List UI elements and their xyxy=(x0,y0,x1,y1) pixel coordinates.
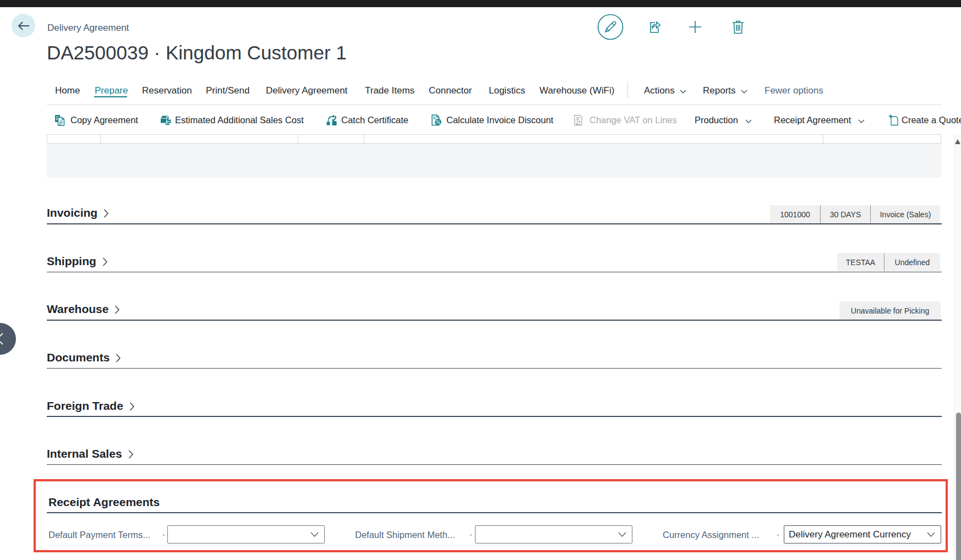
section-title: Internal Sales xyxy=(47,447,122,460)
tab-home[interactable]: Home xyxy=(55,85,80,97)
section-invoicing-summary[interactable]: 1001000 30 DAYS Invoice (Sales) xyxy=(770,205,940,223)
tab-connector[interactable]: Connector xyxy=(429,85,472,97)
summary-chip: 1001000 xyxy=(770,205,820,223)
chevron-down-icon xyxy=(927,532,935,537)
section-shipping[interactable]: Shipping xyxy=(47,255,107,268)
lines-grid-row[interactable] xyxy=(47,134,941,144)
command-label: Production xyxy=(695,115,738,125)
section-warehouse[interactable]: Warehouse xyxy=(47,303,119,316)
chevron-right-icon xyxy=(128,450,133,459)
section-divider xyxy=(47,368,942,369)
summary-chip: Unavailable for Picking xyxy=(839,301,941,320)
delete-button[interactable] xyxy=(732,20,744,36)
default-payment-terms-combobox[interactable] xyxy=(167,525,325,543)
section-divider xyxy=(47,416,942,417)
fewer-options-button[interactable]: Fewer options xyxy=(765,85,823,97)
summary-chip: 30 DAYS xyxy=(820,205,870,223)
back-arrow-icon xyxy=(17,21,30,31)
edit-button[interactable] xyxy=(597,14,624,42)
currency-assignment-combobox[interactable]: Delivery Agreement Currency xyxy=(784,525,941,543)
command-estimated-additional-sales-cost[interactable]: Estimated Additional Sales Cost xyxy=(160,113,304,127)
chevron-down-icon xyxy=(618,532,626,537)
field-label-default-payment-terms: Default Payment Terms... xyxy=(48,530,150,540)
command-label: Catch Certificate xyxy=(341,115,408,125)
tab-delivery-agreement[interactable]: Delivery Agreement xyxy=(266,85,347,97)
chevron-right-icon xyxy=(114,305,119,314)
os-top-bar xyxy=(0,0,961,7)
tab-print-send[interactable]: Print/Send xyxy=(206,85,249,97)
grid-column-border xyxy=(823,135,823,143)
trash-icon xyxy=(732,20,744,34)
chevron-down-icon xyxy=(310,532,319,537)
page: Delivery Agreement DA2500039 · Kingdom C… xyxy=(0,0,961,560)
grid-column-border xyxy=(100,135,101,143)
command-create-a-quote[interactable]: Create a Quote xyxy=(888,113,961,127)
page-title: DA2500039 · Kingdom Customer 1 xyxy=(47,42,347,64)
back-button[interactable] xyxy=(12,14,35,37)
field-label-currency-assignment: Currency Assignment ... xyxy=(663,530,759,540)
section-shipping-summary[interactable]: TESTAA Undefined xyxy=(837,253,940,271)
chevron-down-icon xyxy=(745,115,752,125)
tab-reservation[interactable]: Reservation xyxy=(142,85,192,97)
grid-column-border xyxy=(364,135,364,143)
default-shipment-method-combobox[interactable] xyxy=(475,525,632,543)
grid-column-border xyxy=(298,135,298,143)
command-label: Create a Quote xyxy=(902,115,961,125)
field-label-default-shipment-method: Default Shipment Meth... xyxy=(355,530,455,540)
command-copy-agreement[interactable]: Copy Agreement xyxy=(54,113,138,127)
summary-chip: Invoice (Sales) xyxy=(870,205,940,223)
tab-warehouse-wifi[interactable]: Warehouse (WiFi) xyxy=(539,85,614,97)
tab-separator xyxy=(627,81,628,98)
active-tab-underline xyxy=(94,96,127,97)
command-receipt-agreement-menu[interactable]: Receipt Agreement xyxy=(774,113,865,127)
command-change-vat-on-lines: Change VAT on Lines xyxy=(572,113,677,127)
chevron-down-icon xyxy=(680,85,686,96)
breadcrumb-caption[interactable]: Delivery Agreement xyxy=(47,23,129,34)
tab-prepare[interactable]: Prepare xyxy=(95,85,128,97)
chevron-down-icon xyxy=(858,115,865,125)
chevron-down-icon xyxy=(741,85,747,96)
section-internal-sales[interactable]: Internal Sales xyxy=(47,447,133,460)
menu-reports-label: Reports xyxy=(703,85,736,96)
invoice-discount-icon xyxy=(431,114,443,126)
field-dot xyxy=(470,534,472,536)
scrollbar-thumb[interactable] xyxy=(956,413,961,560)
copy-icon xyxy=(54,114,66,126)
menu-actions[interactable]: Actions xyxy=(644,85,686,97)
collapse-factbox-button[interactable] xyxy=(0,323,16,355)
section-title: Foreign Trade xyxy=(47,399,123,413)
section-receipt-agreements[interactable]: Receipt Agreements xyxy=(48,496,160,509)
section-title: Warehouse xyxy=(47,303,108,316)
menu-actions-label: Actions xyxy=(644,85,675,96)
section-divider xyxy=(47,272,942,273)
chevron-left-icon xyxy=(0,333,3,345)
section-documents[interactable]: Documents xyxy=(47,351,121,364)
command-label: Receipt Agreement xyxy=(774,115,851,125)
command-calculate-invoice-discount[interactable]: Calculate Invoice Discount xyxy=(431,113,553,127)
field-dot xyxy=(777,534,779,536)
chevron-right-icon xyxy=(102,257,107,266)
command-production-menu[interactable]: Production xyxy=(695,113,752,127)
combobox-value: Delivery Agreement Currency xyxy=(789,529,911,540)
section-title: Shipping xyxy=(47,255,96,268)
scrollbar-up-arrow[interactable] xyxy=(955,139,960,144)
section-foreign-trade[interactable]: Foreign Trade xyxy=(47,399,134,413)
menu-reports[interactable]: Reports xyxy=(703,85,747,97)
sales-cost-icon xyxy=(160,114,172,126)
plus-icon xyxy=(689,20,702,34)
tab-logistics[interactable]: Logistics xyxy=(489,85,525,97)
command-catch-certificate[interactable]: Catch Certificate xyxy=(326,113,408,127)
section-title: Documents xyxy=(47,351,110,364)
share-button[interactable] xyxy=(645,20,660,36)
new-button[interactable] xyxy=(689,20,702,36)
command-label: Change VAT on Lines xyxy=(589,115,677,125)
create-quote-icon xyxy=(888,114,899,126)
section-warehouse-summary[interactable]: Unavailable for Picking xyxy=(839,301,941,320)
command-label: Copy Agreement xyxy=(70,115,138,125)
chevron-right-icon xyxy=(103,209,108,218)
section-title: Receipt Agreements xyxy=(48,496,160,509)
command-label: Calculate Invoice Discount xyxy=(446,115,553,125)
tab-trade-items[interactable]: Trade Items xyxy=(365,85,414,97)
summary-chip: Undefined xyxy=(884,253,940,271)
section-invoicing[interactable]: Invoicing xyxy=(47,206,108,219)
